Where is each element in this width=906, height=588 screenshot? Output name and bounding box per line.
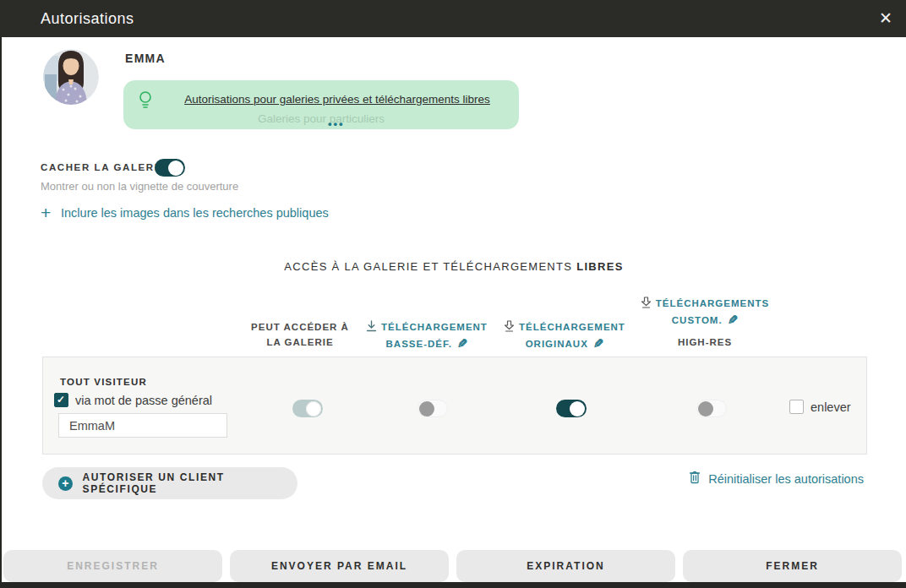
column-originals-line2: ORIGINAUX xyxy=(526,339,588,349)
check-icon: ✓ xyxy=(57,394,65,406)
column-access-line2: LA GALERIE xyxy=(266,337,333,347)
page-backdrop: Autorisations ✕ EMMA xyxy=(0,0,906,588)
toggle-access-gallery[interactable] xyxy=(292,400,323,417)
close-icon[interactable]: ✕ xyxy=(876,9,896,30)
trash-icon xyxy=(688,470,701,487)
download-outline-icon xyxy=(641,297,652,313)
column-originals-line1: TÉLÉCHARGEMENT xyxy=(519,322,625,332)
download-outline-icon xyxy=(504,320,515,336)
include-in-search-label: Inclure les images dans les recherches p… xyxy=(61,206,329,220)
access-section-title-bold: LIBRES xyxy=(576,260,623,273)
column-highres: HIGH-RES xyxy=(612,335,798,350)
client-name: EMMA xyxy=(125,52,166,65)
close-button[interactable]: FERMER xyxy=(683,550,902,582)
toggle-knob xyxy=(419,401,434,416)
reset-authorizations-link[interactable]: Réinitialiser les autorisations xyxy=(688,470,864,487)
expand-ellipsis-icon[interactable]: ••• xyxy=(328,117,345,130)
modal-header: Autorisations ✕ xyxy=(0,0,906,37)
info-link[interactable]: Autorisations pour galeries privées et t… xyxy=(164,93,510,106)
access-section-title: ACCÈS À LA GALERIE ET TÉLÉCHARGEMENTS LI… xyxy=(2,260,906,273)
send-by-email-button[interactable]: ENVOYER PAR EMAIL xyxy=(230,550,449,582)
modal-body: EMMA Autorisations pour galeries privées… xyxy=(2,37,906,582)
hide-gallery-toggle[interactable] xyxy=(155,159,185,177)
toggle-download-lowres[interactable] xyxy=(418,400,448,417)
toggle-highres[interactable] xyxy=(696,400,727,417)
column-custom: TÉLÉCHARGEMENTS CUSTOM.✎ xyxy=(612,296,798,328)
toggle-knob xyxy=(570,401,585,416)
include-in-search-link[interactable]: + Inclure les images dans les recherches… xyxy=(41,204,329,221)
edit-originals-icon[interactable]: ✎ xyxy=(592,336,604,351)
lightbulb-icon xyxy=(138,90,153,114)
toggle-download-originals[interactable] xyxy=(556,400,587,417)
access-section-title-regular: ACCÈS À LA GALERIE ET TÉLÉCHARGEMENTS xyxy=(284,260,576,273)
info-subtext: Galeries pour particuliers xyxy=(123,112,519,125)
avatar xyxy=(43,49,99,105)
password-checkbox-label: via mot de passe général xyxy=(75,394,212,407)
edit-custom-icon[interactable]: ✎ xyxy=(727,313,739,328)
column-lowres-line2: BASSE-DÉF. xyxy=(386,339,452,349)
password-checkbox[interactable]: ✓ xyxy=(54,393,68,407)
info-box: Autorisations pour galeries privées et t… xyxy=(123,80,519,129)
authorize-client-label: AUTORISER UN CLIENT SPÉCIFIQUE xyxy=(83,471,297,495)
hide-gallery-label: CACHER LA GALERIE xyxy=(41,162,166,172)
edit-lowres-icon[interactable]: ✎ xyxy=(456,336,468,351)
footer-bar: ENREGISTRER ENVOYER PAR EMAIL EXPIRATION… xyxy=(3,550,902,582)
column-custom-line1: TÉLÉCHARGEMENTS xyxy=(656,298,769,308)
password-input[interactable] xyxy=(58,413,227,438)
toggle-knob xyxy=(168,161,183,176)
remove-checkbox[interactable]: ✓ xyxy=(789,400,804,414)
authorize-client-button[interactable]: + AUTORISER UN CLIENT SPÉCIFIQUE xyxy=(42,467,297,499)
plus-circle-icon: + xyxy=(58,476,73,491)
visitor-row-label: TOUT VISITEUR xyxy=(60,377,147,387)
visitor-row: TOUT VISITEUR ✓ via mot de passe général… xyxy=(42,357,867,455)
reset-authorizations-label: Réinitialiser les autorisations xyxy=(708,472,864,486)
column-custom-line2: CUSTOM. xyxy=(672,315,723,325)
modal-title: Autorisations xyxy=(41,0,134,37)
remove-checkbox-label: enlever xyxy=(810,400,851,414)
plus-icon: + xyxy=(41,204,61,221)
toggle-knob xyxy=(306,401,321,416)
save-button[interactable]: ENREGISTRER xyxy=(3,550,222,582)
hide-gallery-hint: Montrer ou non la vignette de couverture xyxy=(41,180,238,193)
toggle-knob xyxy=(698,401,713,416)
expiration-button[interactable]: EXPIRATION xyxy=(456,550,675,582)
download-to-line-icon xyxy=(366,320,377,336)
